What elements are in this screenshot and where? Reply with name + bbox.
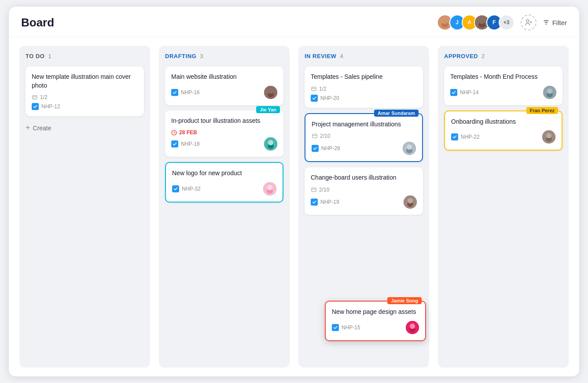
card-id-nhp32: NHP-32 — [182, 186, 201, 192]
avatar-nhp16 — [264, 86, 277, 99]
card-title-nhp28: Project management illustrations — [312, 120, 416, 129]
card-id-row-nhp15: NHP-15 — [332, 324, 360, 331]
card-checklist-nhp12: 1/2 — [32, 94, 138, 100]
svg-point-17 — [268, 88, 273, 94]
card-meta-nhp16: NHP-16 — [171, 86, 277, 99]
card-checkbox-nhp19 — [311, 199, 318, 206]
svg-rect-25 — [312, 87, 316, 91]
card-nhp22[interactable]: Fran Perez Onboarding illustrations NHP-… — [444, 110, 562, 151]
tooltip-amar: Amar Sundaram — [374, 110, 419, 117]
column-in-review: IN REVIEW 4 Templates - Sales pipeline 1… — [298, 46, 429, 368]
card-title-nhp18: In-product tour illustration assets — [171, 117, 277, 125]
card-id-row-nhp18: NHP-18 — [171, 140, 200, 147]
create-label: Create — [33, 125, 51, 132]
avatar-nhp32 — [263, 182, 276, 195]
tooltip-jie-yan: Jie Yan — [256, 106, 280, 113]
column-count-review: 4 — [340, 53, 343, 59]
svg-point-21 — [268, 140, 273, 145]
svg-point-24 — [267, 185, 272, 190]
avatar-nhp14 — [543, 86, 556, 99]
column-count-drafting: 3 — [200, 53, 203, 59]
card-id-nhp15: NHP-15 — [342, 324, 360, 331]
checklist-icon-nhp20 — [311, 86, 317, 92]
create-button[interactable]: + Create — [26, 122, 144, 134]
card-meta-nhp32: NHP-32 — [172, 182, 276, 195]
card-checkbox-nhp20 — [311, 95, 318, 102]
card-checkbox-nhp14 — [450, 89, 457, 96]
card-meta-nhp14: NHP-14 — [450, 86, 556, 99]
card-title-nhp14: Templates - Month End Process — [450, 73, 556, 81]
card-id-nhp14: NHP-14 — [460, 89, 479, 96]
checklist-icon-nhp28 — [312, 133, 318, 139]
page-title: Board — [21, 16, 54, 29]
column-approved: APPROVED 2 Templates - Month End Process… — [438, 46, 569, 368]
card-id-nhp20: NHP-20 — [320, 95, 339, 101]
card-title-nhp22: Onboarding illustrations — [451, 118, 555, 126]
card-nhp16[interactable]: Main website illustration NHP-16 — [165, 66, 283, 105]
card-meta-nhp28: 2/10 NHP-28 — [312, 133, 416, 155]
card-id-nhp16: NHP-16 — [181, 89, 200, 96]
card-checkbox-nhp12 — [32, 103, 39, 110]
column-count-approved: 2 — [481, 53, 485, 59]
card-id-nhp28: NHP-28 — [321, 145, 340, 151]
filter-icon — [543, 19, 550, 26]
card-nhp28[interactable]: Amar Sundaram Project management illustr… — [305, 113, 423, 162]
card-meta-nhp22: NHP-22 — [451, 130, 555, 144]
column-header-approved: APPROVED 2 — [444, 53, 562, 61]
svg-rect-12 — [33, 96, 37, 99]
card-title-nhp12: New template illustration main cover pho… — [32, 73, 138, 90]
avatar-nhp15 — [406, 321, 419, 334]
card-nhp15[interactable]: Jamie Song New home page design assets N… — [325, 301, 426, 341]
svg-point-6 — [526, 19, 529, 22]
header-right: J A F +3 Filter — [437, 15, 567, 30]
card-checkbox-nhp15 — [332, 324, 339, 331]
add-member-button[interactable] — [521, 15, 537, 30]
avatar-nhp28 — [403, 142, 416, 155]
card-checkbox-nhp32 — [172, 185, 179, 192]
card-id-nhp19: NHP-19 — [320, 199, 339, 205]
card-id-nhp12: NHP-12 — [41, 103, 60, 110]
card-id-row-nhp28: NHP-28 — [312, 145, 340, 152]
svg-point-31 — [407, 144, 412, 150]
card-nhp14[interactable]: Templates - Month End Process NHP-14 — [444, 66, 562, 105]
card-checklist-nhp28: 2/10 — [312, 133, 416, 139]
svg-point-2 — [442, 18, 447, 24]
svg-rect-27 — [312, 134, 317, 138]
column-title-drafting: DRAFTING — [165, 53, 196, 59]
card-id-row-nhp14: NHP-14 — [450, 89, 479, 96]
card-id-row-nhp20: NHP-20 — [311, 95, 417, 102]
card-nhp19[interactable]: Change-board users illustration 2/10 NHP… — [305, 167, 423, 215]
card-title-nhp16: Main website illustration — [171, 73, 277, 81]
column-title-todo: TO DO — [26, 53, 44, 59]
card-checklist-nhp19: 2/10 — [311, 187, 417, 193]
filter-label: Filter — [552, 19, 567, 26]
tooltip-jamie: Jamie Song — [387, 297, 422, 304]
card-id-row-nhp19: NHP-19 — [311, 199, 339, 206]
card-nhp18[interactable]: Jie Yan In-product tour illustration ass… — [165, 110, 283, 157]
card-checkbox-nhp28 — [312, 145, 319, 152]
svg-point-42 — [547, 88, 552, 94]
board-content: TO DO 1 New template illustration main c… — [9, 37, 579, 376]
card-checkbox-nhp16 — [171, 89, 178, 96]
card-title-nhp20: Templates - Sales pipeline — [311, 73, 417, 81]
due-date-nhp18: 28 FEB — [171, 129, 277, 136]
svg-point-36 — [408, 198, 413, 203]
card-checkbox-nhp18 — [171, 140, 178, 147]
card-nhp12[interactable]: New template illustration main cover pho… — [26, 66, 144, 116]
card-nhp32[interactable]: New logo for new product NHP-32 — [165, 162, 283, 203]
card-nhp20[interactable]: Templates - Sales pipeline 1/2 NHP-20 — [305, 66, 423, 108]
card-meta-nhp19: 2/10 NHP-19 — [311, 187, 417, 209]
column-count-todo: 1 — [48, 53, 51, 59]
filter-button[interactable]: Filter — [543, 19, 567, 26]
clock-icon — [171, 130, 177, 136]
svg-rect-32 — [312, 188, 316, 192]
svg-point-5 — [479, 18, 484, 24]
card-id-nhp22: NHP-22 — [461, 134, 480, 140]
card-title-nhp32: New logo for new product — [172, 169, 276, 178]
header: Board J A F +3 Filter — [9, 7, 579, 37]
card-meta-nhp20: 1/2 NHP-20 — [311, 86, 417, 102]
checklist-icon — [32, 94, 38, 100]
avatar-count[interactable]: +3 — [499, 15, 514, 30]
svg-point-45 — [546, 133, 551, 138]
column-header-review: IN REVIEW 4 — [305, 53, 423, 61]
